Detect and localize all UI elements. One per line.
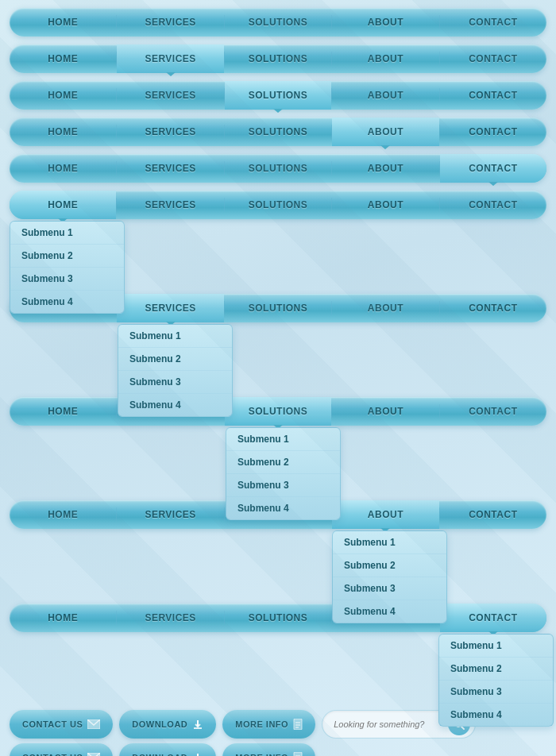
nav-solutions-8[interactable]: SOLUTIONS <box>225 397 331 426</box>
nav-home-4[interactable]: HOME <box>10 118 116 146</box>
nav-contact-1[interactable]: CONTACT <box>440 8 546 37</box>
nav-home-5[interactable]: HOME <box>10 154 116 183</box>
nav-contact-6[interactable]: CONTACT <box>440 191 546 219</box>
submenu-contact-item-3[interactable]: Submenu 3 <box>439 681 553 704</box>
nav-solutions-4[interactable]: SOLUTIONS <box>225 118 331 146</box>
nav-contact-8[interactable]: CONTACT <box>440 397 546 426</box>
submenu-services: Submenu 1 Submenu 2 Submenu 3 Submenu 4 <box>118 324 233 417</box>
contact-us-button-1[interactable]: CONTACT US <box>10 710 113 739</box>
nav-services-9[interactable]: SERVICES <box>117 500 223 529</box>
nav-contact-3[interactable]: CONTACT <box>440 81 546 110</box>
nav-contact-5[interactable]: CONTACT <box>440 154 546 183</box>
navbar-row-1: HOME SERVICES SOLUTIONS ABOUT CONTACT <box>10 8 546 37</box>
navbar-row-10: HOME SERVICES SOLUTIONS ABOUT CONTACT <box>10 604 546 632</box>
nav-solutions-3[interactable]: SOLUTIONS <box>225 81 331 110</box>
submenu-home-item-2[interactable]: Submenu 2 <box>10 245 124 268</box>
download-icon-1 <box>192 719 203 730</box>
submenu-services-item-4[interactable]: Submenu 4 <box>118 394 232 416</box>
nav-home-3[interactable]: HOME <box>10 81 116 110</box>
nav-solutions-2[interactable]: SOLUTIONS <box>225 44 331 73</box>
more-info-button-2[interactable]: MORE INFO <box>222 743 315 756</box>
nav-solutions-7[interactable]: SOLUTIONS <box>225 294 331 322</box>
submenu-about-item-3[interactable]: Submenu 3 <box>333 577 446 600</box>
page-wrapper: HOME SERVICES SOLUTIONS ABOUT CONTACT HO… <box>0 0 556 756</box>
nav-services-2[interactable]: SERVICES <box>117 44 223 73</box>
svg-rect-3 <box>294 719 302 730</box>
mail-icon-2 <box>87 753 100 756</box>
submenu-solutions-item-1[interactable]: Submenu 1 <box>226 428 340 451</box>
nav-about-8[interactable]: ABOUT <box>332 397 438 426</box>
navbar-row-8: HOME SERVICES SOLUTIONS ABOUT CONTACT <box>10 397 546 426</box>
nav-solutions-1[interactable]: SOLUTIONS <box>225 8 331 37</box>
navbar-row-4: HOME SERVICES SOLUTIONS ABOUT CONTACT <box>10 118 546 146</box>
submenu-contact-item-4[interactable]: Submenu 4 <box>439 704 553 726</box>
submenu-contact-item-1[interactable]: Submenu 1 <box>439 634 553 658</box>
nav-solutions-5[interactable]: SOLUTIONS <box>225 154 331 183</box>
nav-about-4[interactable]: ABOUT <box>332 118 438 146</box>
more-info-label-2: MORE INFO <box>235 753 288 756</box>
contact-us-button-2[interactable]: CONTACT US <box>10 743 113 756</box>
nav-solutions-6[interactable]: SOLUTIONS <box>225 191 331 219</box>
nav-home-2[interactable]: HOME <box>10 44 116 73</box>
nav-home-6[interactable]: HOME <box>10 191 116 219</box>
submenu-about-item-4[interactable]: Submenu 4 <box>333 600 446 623</box>
navbar-row-3: HOME SERVICES SOLUTIONS ABOUT CONTACT <box>10 81 546 110</box>
nav-contact-10[interactable]: CONTACT <box>440 604 546 632</box>
submenu-home-item-3[interactable]: Submenu 3 <box>10 268 124 291</box>
submenu-services-item-2[interactable]: Submenu 2 <box>118 348 232 371</box>
navbar-row-5: HOME SERVICES SOLUTIONS ABOUT CONTACT <box>10 154 546 183</box>
navbar-row-6: HOME SERVICES SOLUTIONS ABOUT CONTACT <box>10 191 546 219</box>
dropdown-spacer-about <box>10 537 546 602</box>
submenu-contact: Submenu 1 Submenu 2 Submenu 3 Submenu 4 <box>438 634 554 727</box>
nav-contact-7[interactable]: CONTACT <box>440 294 546 322</box>
nav-services-7[interactable]: SERVICES <box>117 294 223 322</box>
svg-rect-12 <box>294 752 302 756</box>
submenu-solutions-item-2[interactable]: Submenu 2 <box>226 451 340 474</box>
nav-contact-2[interactable]: CONTACT <box>440 44 546 73</box>
submenu-home-item-1[interactable]: Submenu 1 <box>10 222 124 245</box>
nav-services-4[interactable]: SERVICES <box>117 118 223 146</box>
nav-about-6[interactable]: ABOUT <box>332 191 438 219</box>
submenu-about-item-2[interactable]: Submenu 2 <box>333 554 446 577</box>
nav-solutions-10[interactable]: SOLUTIONS <box>225 604 331 632</box>
buttons-row-2: CONTACT US DOWNLOAD MORE INFO <box>10 743 546 756</box>
nav-services-1[interactable]: SERVICES <box>117 8 223 37</box>
more-info-button-1[interactable]: MORE INFO <box>222 710 315 739</box>
nav-about-9[interactable]: ABOUT <box>332 500 438 529</box>
nav-home-10[interactable]: HOME <box>10 604 116 632</box>
download-label-2: DOWNLOAD <box>132 753 187 756</box>
nav-about-1[interactable]: ABOUT <box>332 8 438 37</box>
navbar-section-6: HOME SERVICES SOLUTIONS ABOUT CONTACT Su… <box>10 191 546 219</box>
submenu-home: Submenu 1 Submenu 2 Submenu 3 Submenu 4 <box>10 221 125 314</box>
submenu-services-item-3[interactable]: Submenu 3 <box>118 371 232 394</box>
contact-us-label-2: CONTACT US <box>22 753 83 756</box>
navbar-section-10: HOME SERVICES SOLUTIONS ABOUT CONTACT Su… <box>10 604 546 632</box>
nav-home-8[interactable]: HOME <box>10 397 116 426</box>
info-icon-1 <box>293 719 303 730</box>
nav-contact-9[interactable]: CONTACT <box>440 500 546 529</box>
nav-about-2[interactable]: ABOUT <box>332 44 438 73</box>
info-icon-2 <box>293 752 303 756</box>
submenu-solutions-item-4[interactable]: Submenu 4 <box>226 497 340 519</box>
nav-home-9[interactable]: HOME <box>10 500 116 529</box>
nav-services-3[interactable]: SERVICES <box>117 81 223 110</box>
search-input[interactable] <box>334 719 445 729</box>
nav-services-6[interactable]: SERVICES <box>117 191 223 219</box>
submenu-services-item-1[interactable]: Submenu 1 <box>118 325 232 348</box>
navbar-section-8: HOME SERVICES SOLUTIONS ABOUT CONTACT Su… <box>10 397 546 426</box>
nav-services-10[interactable]: SERVICES <box>117 604 223 632</box>
submenu-solutions-item-3[interactable]: Submenu 3 <box>226 474 340 497</box>
download-label-1: DOWNLOAD <box>132 719 187 729</box>
download-button-1[interactable]: DOWNLOAD <box>119 710 216 739</box>
nav-services-5[interactable]: SERVICES <box>117 154 223 183</box>
download-button-2[interactable]: DOWNLOAD <box>119 743 216 756</box>
nav-contact-4[interactable]: CONTACT <box>440 118 546 146</box>
submenu-contact-item-2[interactable]: Submenu 2 <box>439 658 553 681</box>
submenu-about: Submenu 1 Submenu 2 Submenu 3 Submenu 4 <box>332 530 447 623</box>
submenu-about-item-1[interactable]: Submenu 1 <box>333 531 446 554</box>
submenu-home-item-4[interactable]: Submenu 4 <box>10 291 124 313</box>
nav-about-7[interactable]: ABOUT <box>332 294 438 322</box>
nav-home-1[interactable]: HOME <box>10 8 116 37</box>
nav-about-5[interactable]: ABOUT <box>332 154 438 183</box>
nav-about-3[interactable]: ABOUT <box>332 81 438 110</box>
